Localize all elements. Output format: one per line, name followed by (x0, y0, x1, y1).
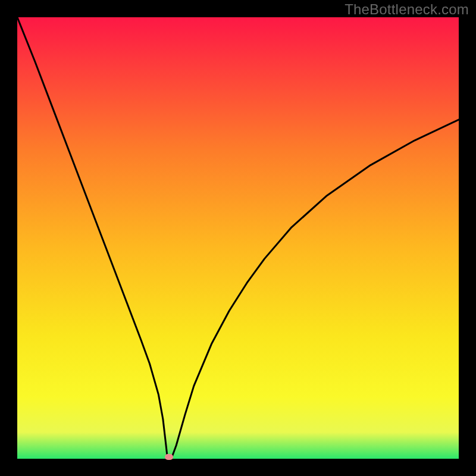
sweet-spot-marker (165, 454, 173, 460)
bottleneck-chart (17, 17, 459, 459)
chart-outer-frame: TheBottleneck.com (0, 0, 476, 476)
watermark-text: TheBottleneck.com (345, 1, 469, 18)
plot-background-gradient (17, 17, 459, 459)
